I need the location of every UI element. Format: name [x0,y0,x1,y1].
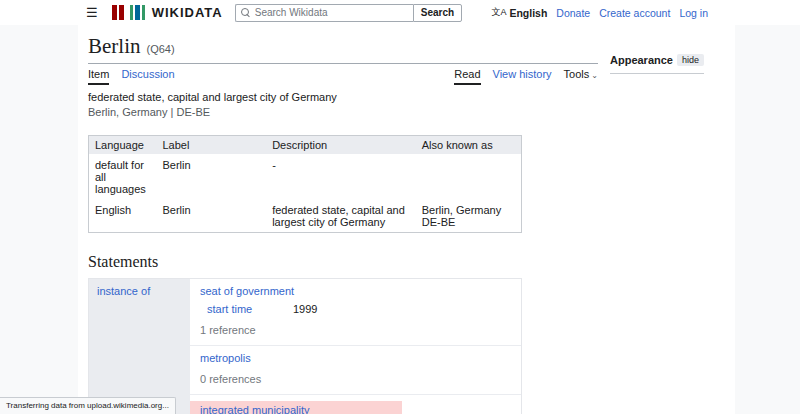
tabs-row: Item Discussion Read View history Tools⌄ [88,64,598,84]
qualifier-row: start time 1999 [190,303,521,315]
col-header-also-known-as: Also known as [416,136,522,155]
references-toggle[interactable]: 1 reference [190,324,521,336]
search-icon [241,8,250,17]
create-account-link[interactable]: Create account [599,7,670,19]
cell-label: Berlin [156,154,266,199]
appearance-hide-button[interactable]: hide [677,54,704,66]
header-user-links: 文A English Donate Create account Log in [491,6,708,19]
entity-aliases: Berlin, Germany | DE-BE [88,106,598,118]
donate-link[interactable]: Donate [556,7,590,19]
table-row: English Berlin federated state, capital … [89,199,522,233]
browser-status-bar: Transferring data from upload.wikimedia.… [0,397,176,414]
hamburger-icon[interactable]: ☰ [86,6,98,19]
table-row: default for all languages Berlin - [89,154,522,199]
qualifier-value: 1999 [293,303,317,315]
content-area: Berlin (Q64) Item Discussion Read View h… [78,25,735,414]
appearance-title: Appearance [610,54,673,66]
claim-seat-of-government: seat of government start time 1999 1 ref… [190,279,521,346]
cell-description: - [266,154,416,199]
terms-table: Language Label Description Also known as… [88,135,522,233]
page-heading: Berlin (Q64) [88,31,598,64]
entity-id: (Q64) [147,43,175,55]
claim-value-link[interactable]: metropolis [190,352,251,364]
tab-item[interactable]: Item [88,68,109,85]
language-label: English [509,7,547,19]
wikidata-logo[interactable]: WIKIDATA [112,5,223,20]
cell-language: default for all languages [89,154,157,199]
language-icon: 文A [491,6,506,19]
property-link-instance-of[interactable]: instance of [97,285,150,297]
col-header-description: Description [266,136,416,155]
cell-language: English [89,199,157,233]
col-header-language: Language [89,136,157,155]
terms-table-header-row: Language Label Description Also known as [89,136,522,155]
cell-label: Berlin [156,199,266,233]
log-in-link[interactable]: Log in [679,7,708,19]
qualifier-property-link[interactable]: start time [207,303,293,315]
tools-menu[interactable]: Tools⌄ [564,68,598,83]
tab-view-history[interactable]: View history [493,68,552,83]
references-toggle[interactable]: 0 references [190,373,521,385]
site-header: ☰ WIKIDATA Search 文A English Donate Crea… [0,0,800,25]
claim-value-link-highlighted[interactable]: integrated municipality [190,401,402,414]
cell-aka: Berlin, Germany DE-BE [416,199,522,233]
page-title: Berlin [88,34,141,59]
language-selector[interactable]: 文A English [491,6,547,19]
search-button[interactable]: Search [413,4,462,22]
cell-aka [416,154,522,199]
chevron-down-icon: ⌄ [591,71,598,80]
statements-heading: Statements [88,253,598,271]
entity-description: federated state, capital and largest cit… [88,91,598,103]
cell-description: federated state, capital and largest cit… [266,199,416,233]
wikidata-logo-text: WIKIDATA [152,5,223,20]
wikidata-logo-bars [112,5,145,20]
search-input[interactable] [255,7,408,18]
claim-value-link[interactable]: seat of government [190,285,294,297]
search-box[interactable] [235,4,413,22]
search-bar: Search [235,4,462,22]
statement-group: instance of seat of government start tim… [88,278,522,414]
claims-column: seat of government start time 1999 1 ref… [190,279,521,414]
claim-metropolis: metropolis 0 references [190,346,521,395]
tab-discussion[interactable]: Discussion [121,68,174,83]
tab-read[interactable]: Read [454,68,480,85]
appearance-panel: Appearance hide [610,54,704,74]
col-header-label: Label [156,136,266,155]
claim-integrated-municipality: integrated municipality 1 reference [190,395,521,414]
property-column: instance of [89,279,190,414]
